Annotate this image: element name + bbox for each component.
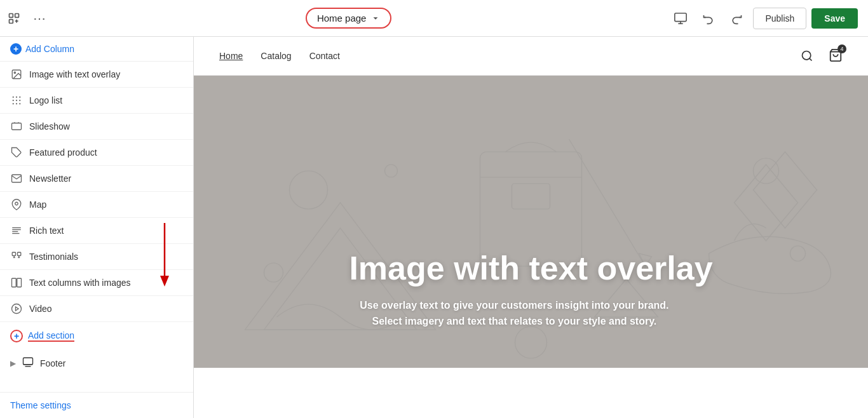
columns-icon xyxy=(10,276,23,289)
publish-button[interactable]: Publish xyxy=(753,8,806,29)
sidebar-item-footer[interactable]: ▶ Footer xyxy=(0,350,193,376)
sidebar-item-slideshow[interactable]: Slideshow xyxy=(0,114,193,140)
svg-point-10 xyxy=(13,97,14,98)
footer-label: Footer xyxy=(40,358,65,368)
page-selector-label: Home page xyxy=(317,13,367,24)
add-section-label: Add section xyxy=(28,330,74,342)
svg-point-12 xyxy=(19,97,20,98)
sidebar-item-label: Featured product xyxy=(29,147,183,158)
svg-point-43 xyxy=(264,263,283,282)
page-selector-dropdown[interactable]: Home page xyxy=(306,8,392,29)
cart-icon-wrap[interactable]: 4 xyxy=(829,48,843,64)
svg-point-17 xyxy=(16,103,17,104)
svg-rect-2 xyxy=(10,19,13,23)
add-section-button[interactable]: + Add section xyxy=(0,322,193,350)
svg-point-9 xyxy=(14,72,15,73)
top-bar-center: Home page xyxy=(38,8,659,29)
svg-point-21 xyxy=(15,202,18,205)
sidebar-item-rich-text[interactable]: Rich text xyxy=(0,218,193,244)
sidebar-item-label: Text columns with images xyxy=(29,278,183,288)
nav-link-home[interactable]: Home xyxy=(219,51,243,61)
location-icon xyxy=(10,198,23,211)
redo-button[interactable] xyxy=(725,7,748,30)
svg-point-46 xyxy=(790,246,806,261)
svg-point-52 xyxy=(515,327,547,358)
svg-point-32 xyxy=(12,304,22,314)
sidebar-item-label: Image with text overlay xyxy=(29,69,183,79)
dots-grid-icon xyxy=(10,94,23,107)
svg-rect-26 xyxy=(12,252,15,255)
sidebar-item-label: Testimonials xyxy=(29,252,183,262)
hero-title: Image with text overlay xyxy=(349,249,712,287)
add-column-label: Add Column xyxy=(25,44,74,54)
quote-icon xyxy=(10,250,23,263)
undo-button[interactable] xyxy=(697,7,720,30)
nav-link-catalog[interactable]: Catalog xyxy=(261,51,291,61)
svg-rect-49 xyxy=(512,184,550,209)
svg-marker-53 xyxy=(754,152,817,228)
save-button[interactable]: Save xyxy=(811,8,858,29)
preview-area[interactable]: Home Catalog Contact xyxy=(194,37,868,418)
sidebar-item-text-columns-with-images[interactable]: Text columns with images xyxy=(0,270,193,296)
sidebar-item-map[interactable]: Map xyxy=(0,192,193,218)
search-button[interactable] xyxy=(796,44,818,67)
svg-marker-54 xyxy=(735,165,798,241)
lines-icon xyxy=(10,224,23,237)
image-icon xyxy=(10,68,23,81)
sidebar-item-label: Rich text xyxy=(29,226,183,236)
store-icons: 4 xyxy=(796,44,843,67)
svg-rect-1 xyxy=(15,13,19,17)
top-bar: ⋯ Home page Publish Save xyxy=(0,0,868,37)
sidebar-scroll[interactable]: + Add Column Image with text overlay xyxy=(0,37,193,392)
svg-rect-28 xyxy=(12,278,17,287)
svg-point-37 xyxy=(803,51,811,60)
preview-frame: Home Catalog Contact xyxy=(194,37,868,418)
theme-settings-link[interactable]: Theme settings xyxy=(0,392,193,418)
sidebar-item-image-with-text-overlay[interactable]: Image with text overlay xyxy=(0,62,193,88)
sidebar-item-label: Newsletter xyxy=(29,173,183,184)
svg-point-15 xyxy=(19,100,20,101)
sidebar-item-featured-product[interactable]: Featured product xyxy=(0,140,193,166)
svg-rect-19 xyxy=(12,123,22,130)
svg-point-45 xyxy=(754,158,779,184)
store-nav: Home Catalog Contact xyxy=(219,51,340,61)
svg-marker-33 xyxy=(16,307,19,311)
sidebar-item-label: Logo list xyxy=(29,95,183,105)
svg-point-42 xyxy=(290,171,328,209)
svg-rect-27 xyxy=(18,252,21,255)
svg-point-13 xyxy=(13,100,14,101)
svg-point-18 xyxy=(19,103,20,104)
footer-expand-icon: ▶ xyxy=(10,359,16,368)
svg-point-14 xyxy=(16,100,17,101)
svg-rect-5 xyxy=(675,13,686,21)
sidebar-item-label: Slideshow xyxy=(29,121,183,131)
hero-section: Image with text overlay Use overlay text… xyxy=(194,76,868,368)
svg-rect-29 xyxy=(17,278,22,287)
svg-rect-0 xyxy=(10,13,13,17)
envelope-icon xyxy=(10,172,23,185)
sidebar-item-logo-list[interactable]: Logo list xyxy=(0,88,193,114)
add-section-icon: + xyxy=(10,330,23,342)
main-layout: + Add Column Image with text overlay xyxy=(0,37,868,418)
svg-point-11 xyxy=(16,97,17,98)
svg-point-16 xyxy=(13,103,14,104)
svg-line-50 xyxy=(569,139,646,266)
monitor-button[interactable] xyxy=(669,7,692,30)
sidebar-item-testimonials[interactable]: Testimonials xyxy=(0,244,193,270)
top-bar-left: ⋯ xyxy=(0,7,38,30)
sidebar-item-newsletter[interactable]: Newsletter xyxy=(0,166,193,192)
sidebar-item-video[interactable]: Video xyxy=(0,296,193,322)
hero-subtitle: Use overlay text to give your customers … xyxy=(349,297,679,330)
add-column-icon: + xyxy=(10,43,22,55)
svg-rect-34 xyxy=(24,358,33,365)
cart-badge: 4 xyxy=(837,44,846,53)
add-column-button[interactable]: + Add Column xyxy=(0,37,193,62)
theme-settings-label: Theme settings xyxy=(10,400,71,410)
store-header: Home Catalog Contact xyxy=(194,37,868,76)
back-button[interactable] xyxy=(8,7,20,30)
sidebar: + Add Column Image with text overlay xyxy=(0,37,194,418)
slideshow-icon xyxy=(10,120,23,133)
play-circle-icon xyxy=(10,302,23,315)
nav-link-contact[interactable]: Contact xyxy=(309,51,340,61)
top-bar-right: Publish Save xyxy=(659,7,868,30)
